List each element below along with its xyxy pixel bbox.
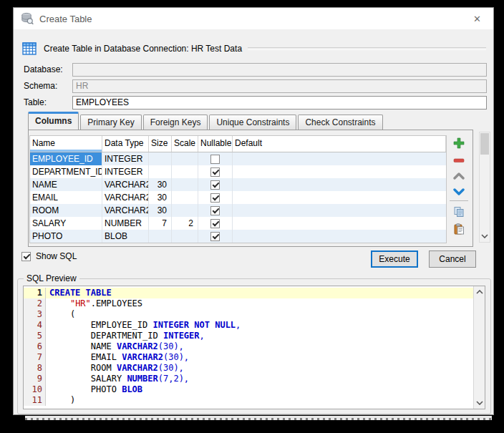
columns-grid: NameData TypeSizeScaleNullableDefaultEMP…	[29, 135, 447, 243]
column-header-scale[interactable]: Scale	[172, 136, 198, 152]
scroll-down-icon[interactable]	[474, 398, 485, 408]
cell-data-type[interactable]: INTEGER	[102, 165, 149, 178]
cell-default[interactable]	[233, 204, 446, 217]
column-header-name[interactable]: Name	[30, 136, 102, 152]
sql-line[interactable]: 11 )	[24, 395, 474, 406]
sql-scrollbar[interactable]	[473, 286, 485, 409]
cell-name[interactable]: ROOM	[30, 204, 102, 217]
nullable-checkbox[interactable]	[210, 232, 220, 241]
cell-data-type[interactable]: BLOB	[102, 230, 149, 243]
cell-size[interactable]: 30	[149, 204, 172, 217]
cell-scale[interactable]	[172, 165, 198, 178]
move-up-button[interactable]	[451, 169, 467, 183]
sql-line[interactable]: 5 DEPARTMENT_ID INTEGER,	[24, 331, 474, 341]
nullable-checkbox-cell[interactable]	[198, 204, 233, 217]
cell-name[interactable]: PHOTO	[30, 230, 102, 243]
add-button[interactable]	[451, 136, 467, 150]
sql-line[interactable]: 4 EMPLOYEE_ID INTEGER NOT NULL,	[24, 320, 474, 331]
scroll-down-icon[interactable]	[480, 231, 490, 241]
line-number: 8	[24, 363, 46, 374]
sql-line[interactable]: 7 EMAIL VARCHAR2(30),	[24, 352, 474, 363]
nullable-checkbox[interactable]	[210, 167, 220, 177]
sql-line[interactable]: 8 ROOM VARCHAR2(30),	[24, 363, 474, 374]
nullable-checkbox-cell[interactable]	[198, 230, 233, 243]
cell-size[interactable]: 30	[149, 191, 172, 204]
cell-scale[interactable]	[172, 204, 198, 217]
execute-button[interactable]: Execute	[371, 250, 418, 268]
cell-default[interactable]	[233, 191, 446, 204]
cell-name[interactable]: SALARY	[30, 217, 102, 230]
sql-line[interactable]: 3 (	[24, 309, 474, 320]
column-header-data-type[interactable]: Data Type	[102, 136, 149, 152]
cell-data-type[interactable]: INTEGER	[102, 152, 149, 165]
cell-default[interactable]	[233, 152, 446, 165]
tab-check-constraints[interactable]: Check Constraints	[298, 115, 382, 130]
cell-data-type[interactable]: VARCHAR2	[102, 178, 149, 191]
sql-line[interactable]: 10 PHOTO BLOB	[24, 384, 474, 395]
nullable-checkbox-cell[interactable]	[198, 152, 233, 165]
cell-data-type[interactable]: NUMBER	[102, 217, 149, 230]
cell-scale[interactable]	[172, 191, 198, 204]
cell-default[interactable]	[233, 230, 446, 243]
sql-line-text: CREATE TABLE	[46, 288, 112, 298]
tab-columns[interactable]: Columns	[28, 112, 79, 130]
column-header-default[interactable]: Default	[233, 136, 446, 152]
sql-preview-label: SQL Preview	[24, 273, 79, 283]
show-sql-checkbox[interactable]	[21, 252, 31, 261]
title-bar[interactable]: Create Table ✕	[14, 8, 493, 29]
nullable-checkbox[interactable]	[210, 193, 220, 203]
nullable-checkbox[interactable]	[210, 180, 220, 190]
nullable-checkbox[interactable]	[210, 206, 220, 215]
nullable-checkbox-cell[interactable]	[198, 191, 233, 204]
sql-line[interactable]: 9 SALARY NUMBER(7,2),	[24, 374, 474, 384]
nullable-checkbox-cell[interactable]	[198, 165, 233, 178]
paste-icon	[453, 223, 465, 235]
copy-button[interactable]	[451, 205, 467, 219]
cell-name[interactable]: EMAIL	[30, 191, 102, 204]
cell-default[interactable]	[233, 217, 446, 230]
nullable-checkbox[interactable]	[210, 155, 220, 164]
cell-data-type[interactable]: VARCHAR2	[102, 204, 149, 217]
sql-code-area[interactable]: 1CREATE TABLE2 "HR".EMPLOYEES3 (4 EMPLOY…	[24, 286, 474, 409]
cell-size[interactable]	[149, 230, 172, 243]
cell-default[interactable]	[233, 165, 446, 178]
cell-default[interactable]	[233, 178, 446, 191]
cell-size[interactable]	[149, 165, 172, 178]
cell-name[interactable]: EMPLOYEE_ID	[30, 152, 102, 165]
line-number: 2	[24, 298, 46, 309]
tab-unique-constraints[interactable]: Unique Constraints	[209, 115, 296, 130]
table-scrollbar-thumb[interactable]	[480, 133, 489, 155]
show-sql-toggle[interactable]: Show SQL	[21, 251, 77, 261]
cell-size[interactable]: 30	[149, 178, 172, 191]
column-header-nullable[interactable]: Nullable	[198, 136, 233, 152]
sql-editor[interactable]: 1CREATE TABLE2 "HR".EMPLOYEES3 (4 EMPLOY…	[23, 286, 485, 409]
move-down-button[interactable]	[451, 185, 467, 199]
tab-primary-key[interactable]: Primary Key	[80, 115, 141, 130]
cell-name[interactable]: NAME	[30, 178, 102, 191]
nullable-checkbox-cell[interactable]	[198, 217, 233, 230]
table-scrollbar[interactable]	[479, 132, 490, 243]
close-icon[interactable]: ✕	[461, 8, 493, 29]
paste-button[interactable]	[451, 222, 467, 236]
cell-size[interactable]	[149, 152, 172, 165]
cell-name[interactable]: DEPARTMENT_ID	[30, 165, 102, 178]
sql-line[interactable]: 1CREATE TABLE	[24, 288, 474, 298]
cell-scale[interactable]	[172, 178, 198, 191]
sql-line[interactable]: 2 "HR".EMPLOYEES	[24, 298, 474, 309]
table-name-input[interactable]: EMPLOYEES	[72, 96, 487, 110]
dialog-header: Create Table in Database Connection: HR …	[22, 41, 486, 57]
cell-data-type[interactable]: VARCHAR2	[102, 191, 149, 204]
show-sql-label[interactable]: Show SQL	[36, 251, 77, 261]
sql-line[interactable]: 6 NAME VARCHAR2(30),	[24, 341, 474, 352]
cancel-button[interactable]: Cancel	[429, 250, 476, 268]
nullable-checkbox-cell[interactable]	[198, 178, 233, 191]
cell-scale[interactable]	[172, 230, 198, 243]
column-header-size[interactable]: Size	[149, 136, 172, 152]
cell-scale[interactable]: 2	[172, 217, 198, 230]
nullable-checkbox[interactable]	[210, 219, 220, 228]
scroll-up-icon[interactable]	[474, 287, 485, 297]
cell-scale[interactable]	[172, 152, 198, 165]
remove-button[interactable]	[451, 153, 467, 167]
tab-foreign-keys[interactable]: Foreign Keys	[143, 115, 208, 130]
cell-size[interactable]: 7	[149, 217, 172, 230]
